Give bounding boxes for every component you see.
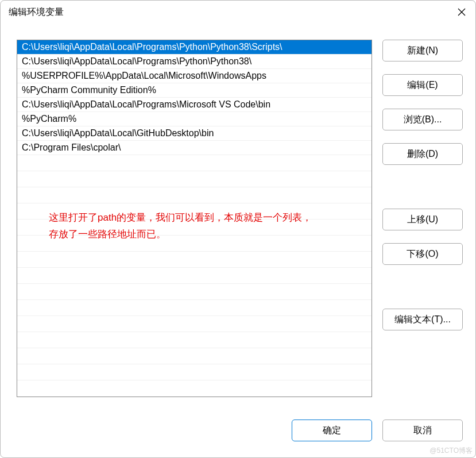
edit-button[interactable]: 编辑(E): [382, 74, 463, 96]
empty-row: [17, 236, 371, 252]
window-title: 编辑环境变量: [9, 6, 64, 18]
content-area: C:\Users\liqi\AppData\Local\Programs\Pyt…: [1, 24, 475, 419]
empty-row: [17, 155, 371, 171]
path-list[interactable]: C:\Users\liqi\AppData\Local\Programs\Pyt…: [17, 40, 372, 397]
empty-row: [17, 300, 371, 316]
delete-button[interactable]: 删除(D): [382, 143, 463, 165]
browse-button[interactable]: 浏览(B)...: [382, 109, 463, 130]
empty-row: [17, 332, 371, 348]
empty-row: [17, 316, 371, 332]
path-item[interactable]: %USERPROFILE%\AppData\Local\Microsoft\Wi…: [17, 69, 371, 83]
cancel-button[interactable]: 取消: [382, 419, 463, 441]
empty-row: [17, 284, 371, 300]
path-item[interactable]: C:\Program Files\cpolar\: [17, 141, 371, 155]
spacer: [382, 178, 463, 196]
titlebar: 编辑环境变量: [1, 1, 475, 24]
dialog-window: 编辑环境变量 C:\Users\liqi\AppData\Local\Progr…: [0, 0, 476, 458]
spacer: [382, 278, 463, 296]
path-item[interactable]: C:\Users\liqi\AppData\Local\GitHubDeskto…: [17, 126, 371, 141]
path-item[interactable]: C:\Users\liqi\AppData\Local\Programs\Mic…: [17, 98, 371, 112]
footer: 确定 取消: [1, 419, 475, 457]
path-item[interactable]: %PyCharm Community Edition%: [17, 83, 371, 98]
path-item[interactable]: C:\Users\liqi\AppData\Local\Programs\Pyt…: [17, 55, 371, 69]
edit-text-button[interactable]: 编辑文本(T)...: [382, 309, 463, 330]
empty-row: [17, 187, 371, 203]
button-sidebar: 新建(N) 编辑(E) 浏览(B)... 删除(D) 上移(U) 下移(O) 编…: [382, 40, 463, 408]
path-item[interactable]: %PyCharm%: [17, 112, 371, 126]
empty-row: [17, 268, 371, 284]
empty-row: [17, 203, 371, 220]
ok-button[interactable]: 确定: [292, 419, 372, 441]
empty-row: [17, 252, 371, 268]
path-item[interactable]: C:\Users\liqi\AppData\Local\Programs\Pyt…: [17, 40, 371, 55]
new-button[interactable]: 新建(N): [382, 40, 463, 61]
empty-row: [17, 348, 371, 364]
empty-row: [17, 171, 371, 187]
empty-row: [17, 220, 371, 236]
close-icon[interactable]: [456, 6, 467, 18]
move-up-button[interactable]: 上移(U): [382, 209, 463, 230]
move-down-button[interactable]: 下移(O): [382, 243, 463, 265]
empty-row: [17, 364, 371, 380]
